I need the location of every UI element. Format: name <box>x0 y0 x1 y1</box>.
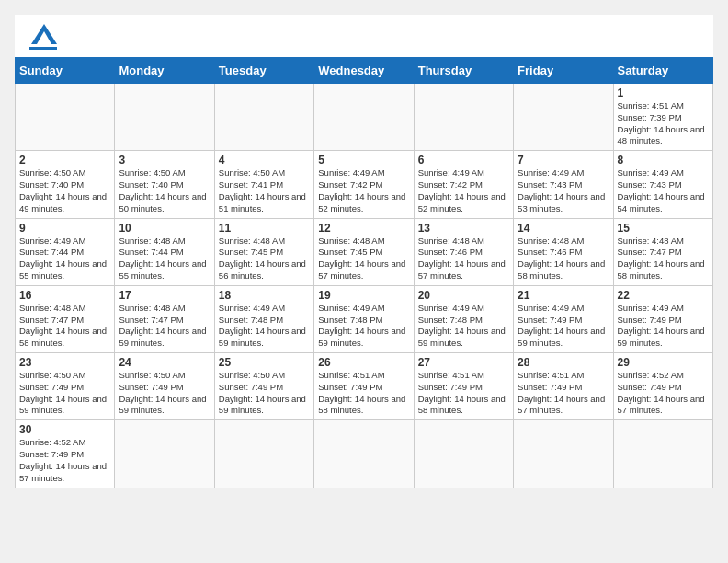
calendar-cell: 4Sunrise: 4:50 AM Sunset: 7:41 PM Daylig… <box>214 151 313 218</box>
day-number: 19 <box>318 289 409 302</box>
calendar-cell <box>414 420 513 488</box>
day-number: 10 <box>119 222 210 235</box>
day-number: 30 <box>19 423 110 436</box>
calendar-header: SundayMondayTuesdayWednesdayThursdayFrid… <box>16 58 713 84</box>
day-number: 29 <box>618 356 709 369</box>
day-info: Sunrise: 4:49 AM Sunset: 7:43 PM Dayligh… <box>518 167 609 214</box>
calendar-cell <box>115 420 214 488</box>
calendar-cell: 1Sunrise: 4:51 AM Sunset: 7:39 PM Daylig… <box>613 84 712 151</box>
day-info: Sunrise: 4:48 AM Sunset: 7:47 PM Dayligh… <box>19 303 110 350</box>
logo-icon <box>31 24 57 44</box>
day-number: 5 <box>318 154 409 167</box>
calendar-cell: 23Sunrise: 4:50 AM Sunset: 7:49 PM Dayli… <box>16 353 115 420</box>
calendar-cell <box>414 84 513 151</box>
day-info: Sunrise: 4:51 AM Sunset: 7:49 PM Dayligh… <box>418 370 509 417</box>
day-number: 25 <box>219 356 310 369</box>
day-number: 9 <box>19 222 110 235</box>
calendar-cell: 12Sunrise: 4:48 AM Sunset: 7:45 PM Dayli… <box>314 218 414 285</box>
day-number: 26 <box>318 356 409 369</box>
calendar-cell <box>214 84 313 151</box>
day-number: 17 <box>119 289 210 302</box>
day-info: Sunrise: 4:49 AM Sunset: 7:42 PM Dayligh… <box>418 167 509 214</box>
day-info: Sunrise: 4:50 AM Sunset: 7:40 PM Dayligh… <box>119 167 210 214</box>
day-info: Sunrise: 4:48 AM Sunset: 7:45 PM Dayligh… <box>219 236 310 282</box>
calendar-cell <box>613 420 712 488</box>
calendar-table: SundayMondayTuesdayWednesdayThursdayFrid… <box>15 57 713 488</box>
day-number: 13 <box>418 222 509 235</box>
logo <box>29 26 57 50</box>
calendar-cell: 7Sunrise: 4:49 AM Sunset: 7:43 PM Daylig… <box>514 151 613 218</box>
day-number: 14 <box>518 222 609 235</box>
calendar-cell <box>214 420 313 488</box>
calendar-cell: 13Sunrise: 4:48 AM Sunset: 7:46 PM Dayli… <box>414 218 513 285</box>
week-row-2: 2Sunrise: 4:50 AM Sunset: 7:40 PM Daylig… <box>16 151 713 218</box>
day-info: Sunrise: 4:49 AM Sunset: 7:48 PM Dayligh… <box>418 303 509 350</box>
day-info: Sunrise: 4:51 AM Sunset: 7:49 PM Dayligh… <box>518 370 609 417</box>
weekday-row: SundayMondayTuesdayWednesdayThursdayFrid… <box>16 58 713 84</box>
calendar-cell: 3Sunrise: 4:50 AM Sunset: 7:40 PM Daylig… <box>115 151 214 218</box>
weekday-header-saturday: Saturday <box>613 58 712 84</box>
day-info: Sunrise: 4:50 AM Sunset: 7:41 PM Dayligh… <box>219 167 310 214</box>
week-row-4: 16Sunrise: 4:48 AM Sunset: 7:47 PM Dayli… <box>16 285 713 352</box>
day-info: Sunrise: 4:51 AM Sunset: 7:39 PM Dayligh… <box>618 100 709 147</box>
calendar-cell: 8Sunrise: 4:49 AM Sunset: 7:43 PM Daylig… <box>613 151 712 218</box>
day-info: Sunrise: 4:49 AM Sunset: 7:42 PM Dayligh… <box>318 167 409 214</box>
calendar-cell: 21Sunrise: 4:49 AM Sunset: 7:49 PM Dayli… <box>514 285 613 352</box>
day-info: Sunrise: 4:51 AM Sunset: 7:49 PM Dayligh… <box>318 370 409 417</box>
calendar-cell: 28Sunrise: 4:51 AM Sunset: 7:49 PM Dayli… <box>514 353 613 420</box>
day-info: Sunrise: 4:49 AM Sunset: 7:49 PM Dayligh… <box>518 303 609 350</box>
calendar-cell: 24Sunrise: 4:50 AM Sunset: 7:49 PM Dayli… <box>115 353 214 420</box>
day-number: 28 <box>518 356 609 369</box>
calendar-cell <box>514 420 613 488</box>
day-info: Sunrise: 4:50 AM Sunset: 7:49 PM Dayligh… <box>19 370 110 417</box>
calendar-cell: 16Sunrise: 4:48 AM Sunset: 7:47 PM Dayli… <box>16 285 115 352</box>
calendar-page: SundayMondayTuesdayWednesdayThursdayFrid… <box>15 15 713 488</box>
day-number: 12 <box>318 222 409 235</box>
calendar-cell: 10Sunrise: 4:48 AM Sunset: 7:44 PM Dayli… <box>115 218 214 285</box>
calendar-cell: 20Sunrise: 4:49 AM Sunset: 7:48 PM Dayli… <box>414 285 513 352</box>
day-info: Sunrise: 4:48 AM Sunset: 7:47 PM Dayligh… <box>618 236 709 282</box>
calendar-cell: 26Sunrise: 4:51 AM Sunset: 7:49 PM Dayli… <box>314 353 414 420</box>
calendar-cell: 18Sunrise: 4:49 AM Sunset: 7:48 PM Dayli… <box>214 285 313 352</box>
calendar-cell: 5Sunrise: 4:49 AM Sunset: 7:42 PM Daylig… <box>314 151 414 218</box>
day-number: 18 <box>219 289 310 302</box>
day-number: 7 <box>518 154 609 167</box>
calendar-cell: 14Sunrise: 4:48 AM Sunset: 7:46 PM Dayli… <box>514 218 613 285</box>
day-info: Sunrise: 4:48 AM Sunset: 7:46 PM Dayligh… <box>418 236 509 282</box>
week-row-1: 1Sunrise: 4:51 AM Sunset: 7:39 PM Daylig… <box>16 84 713 151</box>
day-number: 23 <box>19 356 110 369</box>
day-number: 24 <box>119 356 210 369</box>
day-number: 3 <box>119 154 210 167</box>
weekday-header-monday: Monday <box>115 58 214 84</box>
day-number: 2 <box>19 154 110 167</box>
day-info: Sunrise: 4:50 AM Sunset: 7:49 PM Dayligh… <box>219 370 310 417</box>
week-row-5: 23Sunrise: 4:50 AM Sunset: 7:49 PM Dayli… <box>16 353 713 420</box>
calendar-cell: 27Sunrise: 4:51 AM Sunset: 7:49 PM Dayli… <box>414 353 513 420</box>
logo-text <box>29 26 57 46</box>
day-info: Sunrise: 4:48 AM Sunset: 7:44 PM Dayligh… <box>119 236 210 282</box>
day-info: Sunrise: 4:52 AM Sunset: 7:49 PM Dayligh… <box>19 437 110 484</box>
day-number: 6 <box>418 154 509 167</box>
calendar-cell: 15Sunrise: 4:48 AM Sunset: 7:47 PM Dayli… <box>613 218 712 285</box>
day-number: 15 <box>618 222 709 235</box>
day-number: 8 <box>618 154 709 167</box>
day-info: Sunrise: 4:52 AM Sunset: 7:49 PM Dayligh… <box>618 370 709 417</box>
day-info: Sunrise: 4:49 AM Sunset: 7:48 PM Dayligh… <box>318 303 409 350</box>
day-number: 22 <box>618 289 709 302</box>
calendar-cell: 9Sunrise: 4:49 AM Sunset: 7:44 PM Daylig… <box>16 218 115 285</box>
calendar-cell: 29Sunrise: 4:52 AM Sunset: 7:49 PM Dayli… <box>613 353 712 420</box>
calendar-cell <box>115 84 214 151</box>
calendar-cell <box>314 84 414 151</box>
day-info: Sunrise: 4:49 AM Sunset: 7:43 PM Dayligh… <box>618 167 709 214</box>
week-row-3: 9Sunrise: 4:49 AM Sunset: 7:44 PM Daylig… <box>16 218 713 285</box>
logo-underline <box>29 47 57 50</box>
weekday-header-thursday: Thursday <box>414 58 513 84</box>
weekday-header-wednesday: Wednesday <box>314 58 414 84</box>
day-info: Sunrise: 4:50 AM Sunset: 7:49 PM Dayligh… <box>119 370 210 417</box>
day-number: 11 <box>219 222 310 235</box>
weekday-header-sunday: Sunday <box>16 58 115 84</box>
day-number: 21 <box>518 289 609 302</box>
day-number: 1 <box>618 86 709 99</box>
calendar-cell: 2Sunrise: 4:50 AM Sunset: 7:40 PM Daylig… <box>16 151 115 218</box>
calendar-cell: 6Sunrise: 4:49 AM Sunset: 7:42 PM Daylig… <box>414 151 513 218</box>
